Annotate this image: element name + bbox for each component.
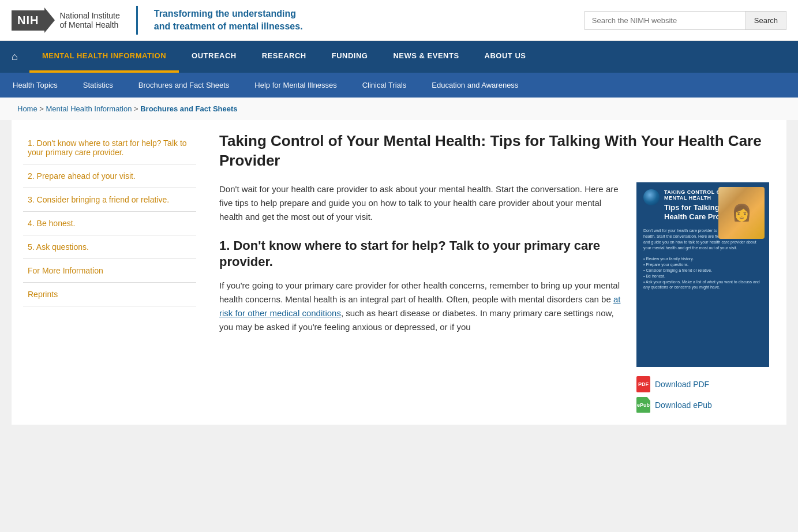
header-left: NIH National Institute of Mental Health … [12, 6, 303, 35]
nih-name: National Institute of Mental Health [59, 11, 119, 29]
download-epub-label: Download ePub [655, 400, 712, 410]
sec-nav-education[interactable]: Education and Awareness [419, 73, 531, 98]
nav-item-outreach[interactable]: OUTREACH [179, 41, 249, 73]
breadcrumb: Home > Mental Health Information > Broch… [0, 98, 798, 120]
sidebar-item-2[interactable]: 2. Prepare ahead of your visit. [23, 164, 196, 188]
brochure-top: TAKING CONTROL OF YOUR MENTAL HEALTH Tip… [643, 189, 762, 223]
nav-item-mental-health[interactable]: MENTAL HEALTH INFORMATION [29, 41, 179, 73]
intro-paragraph: Don't wait for your health care provider… [219, 182, 625, 224]
nav-item-news[interactable]: NEWS & EVENTS [380, 41, 471, 73]
page-title: Taking Control of Your Mental Health: Ti… [219, 132, 775, 171]
breadcrumb-current: Brochures and Fact Sheets [140, 104, 237, 113]
sidebar-link-3[interactable]: 3. Consider bringing a friend or relativ… [28, 195, 169, 204]
risk-link[interactable]: at risk for other medical conditions [219, 294, 620, 318]
nih-logo: NIH National Institute of Mental Health [12, 8, 120, 33]
site-header: NIH National Institute of Mental Health … [0, 0, 798, 41]
sidebar-item-5[interactable]: 5. Ask questions. [23, 235, 196, 259]
sec-nav-health-topics[interactable]: Health Topics [0, 73, 70, 98]
nav-item-research[interactable]: RESEARCH [249, 41, 319, 73]
search-area: Search [585, 11, 786, 30]
sidebar-link-1[interactable]: 1. Don't know where to start for help? T… [28, 138, 187, 157]
sidebar-item-more-info[interactable]: For More Information [23, 259, 196, 283]
brochure-photo-icon: 👩 [732, 203, 752, 222]
sidebar-item-4[interactable]: 4. Be honest. [23, 212, 196, 235]
pdf-icon: PDF [636, 376, 650, 392]
section1-heading: 1. Don't know where to start for help? T… [219, 238, 625, 271]
header-tagline: Transforming the understanding and treat… [154, 8, 303, 33]
sidebar-item-1[interactable]: 1. Don't know where to start for help? T… [23, 132, 196, 164]
search-button[interactable]: Search [746, 11, 786, 30]
secondary-nav: Health Topics Statistics Brochures and F… [0, 73, 798, 98]
breadcrumb-mental-health[interactable]: Mental Health Information [46, 104, 132, 113]
download-pdf-label: Download PDF [655, 380, 709, 389]
breadcrumb-sep2: > [134, 104, 140, 113]
sec-nav-help[interactable]: Help for Mental Illnesses [242, 73, 349, 98]
sidebar-item-reprints[interactable]: Reprints [23, 283, 196, 306]
breadcrumb-sep1: > [39, 104, 46, 113]
sidebar: 1. Don't know where to start for help? T… [23, 132, 208, 413]
sec-nav-brochures[interactable]: Brochures and Fact Sheets [126, 73, 242, 98]
brochure-globe-icon [643, 189, 660, 205]
brochure-photo: 👩 [718, 187, 765, 239]
content-with-image: Don't wait for your health care provider… [219, 182, 775, 413]
sec-nav-statistics[interactable]: Statistics [70, 73, 126, 98]
content-area: Taking Control of Your Mental Health: Ti… [208, 132, 775, 413]
header-divider [136, 6, 138, 35]
sidebar-link-4[interactable]: 4. Be honest. [28, 219, 76, 228]
download-pdf-link[interactable]: PDF Download PDF [636, 376, 775, 392]
epub-icon: ePub [636, 397, 650, 413]
nih-abbr: NIH [12, 10, 44, 31]
nav-item-about[interactable]: ABOUT US [472, 41, 539, 73]
main-container: 1. Don't know where to start for help? T… [12, 120, 786, 425]
home-button[interactable]: ⌂ [0, 41, 29, 73]
sidebar-link-more-info[interactable]: For More Information [28, 266, 103, 275]
sidebar-link-reprints[interactable]: Reprints [28, 290, 58, 299]
section1-paragraph: If you're going to your primary care pro… [219, 279, 625, 334]
nih-arrow-icon [44, 8, 55, 33]
primary-nav: ⌂ MENTAL HEALTH INFORMATION OUTREACH RES… [0, 41, 798, 73]
brochure-image: TAKING CONTROL OF YOUR MENTAL HEALTH Tip… [636, 182, 769, 367]
sidebar-link-5[interactable]: 5. Ask questions. [28, 242, 89, 252]
search-input[interactable] [585, 11, 746, 30]
sidebar-link-2[interactable]: 2. Prepare ahead of your visit. [28, 171, 136, 181]
sec-nav-trials[interactable]: Clinical Trials [350, 73, 419, 98]
download-links: PDF Download PDF ePub Download ePub [636, 376, 775, 413]
sidebar-item-3[interactable]: 3. Consider bringing a friend or relativ… [23, 188, 196, 212]
download-epub-link[interactable]: ePub Download ePub [636, 397, 775, 413]
content-text: Don't wait for your health care provider… [219, 182, 625, 343]
nav-item-funding[interactable]: FUNDING [319, 41, 381, 73]
breadcrumb-home[interactable]: Home [17, 104, 38, 113]
brochure-sidebar: TAKING CONTROL OF YOUR MENTAL HEALTH Tip… [636, 182, 775, 413]
